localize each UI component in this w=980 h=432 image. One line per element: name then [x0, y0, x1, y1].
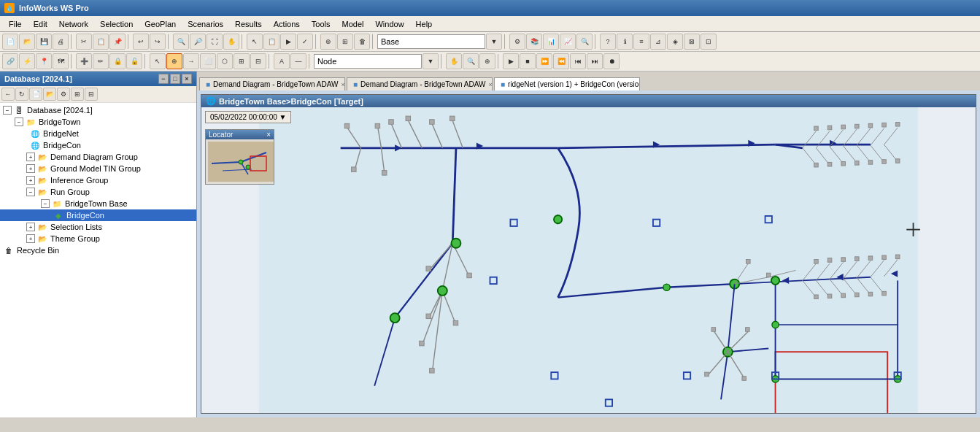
panel-minimize-btn[interactable]: − — [158, 74, 169, 84]
tb-reports[interactable]: 📈 — [560, 34, 576, 50]
tab-bridgenet[interactable]: ■ ridgeNet (version 1) + BridgeCon (vers… — [494, 77, 640, 90]
menu-file[interactable]: File — [3, 18, 28, 30]
tb2-select-rect[interactable]: ⬜ — [200, 53, 216, 69]
tb-query[interactable]: 🔍 — [576, 34, 593, 50]
tb-copy[interactable]: 📋 — [93, 34, 109, 50]
tb2-5[interactable]: ➕ — [76, 53, 92, 69]
tree-expander-demand[interactable]: + — [26, 153, 35, 161]
tb2-rw[interactable]: ⏪ — [553, 53, 569, 69]
tb2-drop-arrow[interactable]: ▼ — [423, 53, 439, 69]
tb-run[interactable]: ▶ — [280, 34, 296, 50]
tree-expander-theme[interactable]: + — [26, 234, 35, 243]
tree-item-selection[interactable]: + 📂 Selection Lists — [0, 221, 196, 233]
scenario-dropdown[interactable] — [377, 34, 485, 49]
menu-tools[interactable]: Tools — [306, 18, 336, 30]
tab-demand1-close[interactable]: × — [341, 81, 344, 88]
tree-expander-bridgetown[interactable]: − — [15, 117, 23, 126]
db-tb-expand[interactable]: ⊞ — [71, 88, 84, 101]
tree-item-bridgetown-base[interactable]: − 📁 BridgeTown Base — [0, 198, 196, 209]
tab-demand2[interactable]: ■ Demand Diagram - BridgeTown ADAW × — [347, 77, 493, 90]
panel-close-btn[interactable]: × — [182, 74, 192, 84]
tree-item-inference[interactable]: + 📂 Inference Group — [0, 174, 196, 186]
tb2-1[interactable]: 🔗 — [2, 53, 18, 69]
menu-window[interactable]: Window — [369, 18, 409, 30]
tree-expander-database[interactable]: − — [3, 106, 12, 115]
tb2-ff[interactable]: ⏩ — [536, 53, 552, 69]
tb2-next[interactable]: ⏭ — [587, 53, 603, 69]
tb2-line[interactable]: — — [290, 53, 306, 69]
tb2-text[interactable]: A — [274, 53, 290, 69]
tb-misc3[interactable]: ◈ — [667, 34, 683, 50]
tree-item-demand-diagram[interactable]: + 📂 Demand Diagram Group — [0, 151, 196, 163]
tb-scenario-go[interactable]: ▼ — [486, 34, 502, 50]
network-view[interactable]: 🌐 BridgeTown Base>BridgeCon [Target] 05/… — [197, 90, 980, 417]
tb-save[interactable]: 💾 — [36, 34, 52, 50]
tb-misc5[interactable]: ⊡ — [701, 34, 717, 50]
tab-demand2-close[interactable]: × — [488, 81, 492, 88]
tree-expander-run[interactable]: − — [26, 188, 35, 196]
tb-misc4[interactable]: ⊠ — [684, 34, 700, 50]
tb2-prev[interactable]: ⏮ — [570, 53, 586, 69]
tb-zoom-all[interactable]: ⛶ — [207, 34, 223, 50]
tb2-4[interactable]: 🗺 — [53, 53, 69, 69]
tb-delete[interactable]: 🗑 — [354, 34, 370, 50]
tb2-select-poly[interactable]: ⬡ — [217, 53, 233, 69]
network-canvas[interactable]: 05/02/2022 00:00:00 ▼ Locator × — [201, 107, 976, 413]
tb2-2[interactable]: ⚡ — [19, 53, 35, 69]
tree-expander-ground[interactable]: + — [26, 164, 35, 173]
tb-zoom-out[interactable]: 🔎 — [190, 34, 206, 50]
tb-misc1[interactable]: ≡ — [633, 34, 649, 50]
tb-zoom-in[interactable]: 🔍 — [173, 34, 189, 50]
menu-help[interactable]: Help — [410, 18, 439, 30]
tree-item-run-group[interactable]: − 📂 Run Group — [0, 186, 196, 198]
tree-item-bridgetown[interactable]: − 📁 BridgeTown — [0, 116, 196, 128]
db-tb-collapse[interactable]: ⊟ — [85, 88, 98, 101]
tb-properties[interactable]: 📋 — [263, 34, 279, 50]
tb-paste[interactable]: 📌 — [109, 34, 126, 50]
tb-cut[interactable]: ✂ — [76, 34, 92, 50]
tb-settings[interactable]: ⚙ — [509, 34, 525, 50]
tree-item-recycle[interactable]: 🗑 Recycle Bin — [0, 244, 196, 256]
tab-demand1[interactable]: ■ Demand Diagram - BridgeTown ADAW × — [199, 77, 345, 90]
tb2-zoom-sel[interactable]: ⊕ — [479, 53, 495, 69]
db-tb-refresh[interactable]: ↻ — [15, 88, 28, 101]
tb-node-add[interactable]: ⊕ — [320, 34, 336, 50]
tb-print[interactable]: 🖨 — [53, 34, 69, 50]
menu-geoplan[interactable]: GeoPlan — [139, 18, 182, 30]
tb-misc2[interactable]: ⊿ — [650, 34, 666, 50]
tb2-6[interactable]: ✏ — [93, 53, 109, 69]
menu-actions[interactable]: Actions — [268, 18, 306, 30]
tb-undo[interactable]: ↩ — [133, 34, 149, 50]
tb2-play[interactable]: ▶ — [503, 53, 519, 69]
tb-layers[interactable]: 📚 — [526, 34, 542, 50]
tree-item-bridgenet[interactable]: 🌐 BridgeNet — [0, 128, 196, 139]
tb2-7[interactable]: 🔒 — [109, 53, 126, 69]
tb2-select-all[interactable]: ⊞ — [234, 53, 250, 69]
tree-item-theme[interactable]: + 📂 Theme Group — [0, 233, 196, 244]
db-tb-properties[interactable]: ⚙ — [57, 88, 70, 101]
tree-item-bridgecon2[interactable]: ◆ BridgeCon — [0, 209, 196, 221]
menu-edit[interactable]: Edit — [28, 18, 53, 30]
tb2-magnifier[interactable]: 🔍 — [463, 53, 479, 69]
tree-expander-sel[interactable]: + — [26, 223, 35, 231]
tree-expander-btbase[interactable]: − — [41, 199, 50, 208]
tb2-add-pipe[interactable]: → — [183, 53, 199, 69]
menu-selection[interactable]: Selection — [94, 18, 139, 30]
tb-info[interactable]: ℹ — [617, 34, 633, 50]
tb-help2[interactable]: ? — [600, 34, 616, 50]
tb-link-add[interactable]: ⊞ — [337, 34, 353, 50]
tb-open[interactable]: 📂 — [19, 34, 35, 50]
tb-pan[interactable]: ✋ — [223, 34, 239, 50]
tb-redo[interactable]: ↪ — [150, 34, 166, 50]
date-dropdown[interactable]: ▼ — [279, 113, 287, 121]
tb2-deselect[interactable]: ⊟ — [250, 53, 266, 69]
tree-item-ground-model[interactable]: + 📂 Ground Model TIN Group — [0, 163, 196, 174]
panel-restore-btn[interactable]: □ — [170, 74, 180, 84]
menu-model[interactable]: Model — [336, 18, 370, 30]
db-tb-new[interactable]: 📄 — [29, 88, 42, 101]
tb2-rec[interactable]: ⏺ — [603, 53, 620, 69]
tb2-cursor[interactable]: ↖ — [150, 53, 166, 69]
tb2-add-node[interactable]: ⊕ — [166, 53, 182, 69]
tree-item-database[interactable]: − 🗄 Database [2024.1] — [0, 104, 196, 116]
locator-close-btn[interactable]: × — [266, 131, 271, 139]
